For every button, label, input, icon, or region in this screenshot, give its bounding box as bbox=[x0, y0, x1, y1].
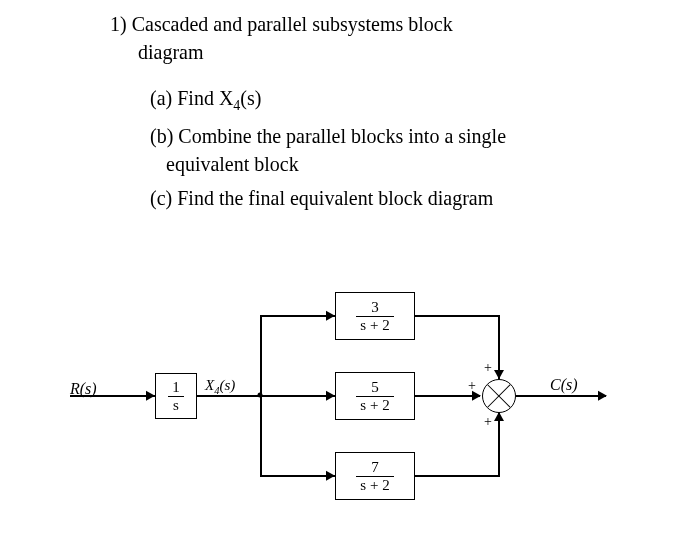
part-a: (a) Find X4(s) bbox=[110, 84, 610, 116]
block-bot: 7 s + 2 bbox=[335, 452, 415, 500]
arrow-top-into-sum bbox=[494, 370, 504, 379]
sum-sign-bot: + bbox=[484, 414, 492, 430]
part-c-text: Find the final equivalent block diagram bbox=[172, 187, 493, 209]
summing-junction bbox=[482, 379, 516, 413]
wire-vmerge-bot bbox=[498, 412, 500, 475]
bot-num: 7 bbox=[356, 459, 393, 477]
arrow-top-in bbox=[326, 311, 335, 321]
wire-input bbox=[70, 395, 155, 397]
wire-bot-in bbox=[260, 475, 335, 477]
wire-g0-out bbox=[197, 395, 260, 397]
part-a-text2: (s) bbox=[240, 87, 261, 109]
wire-top-in bbox=[260, 315, 335, 317]
part-a-prefix: (a) bbox=[150, 87, 172, 109]
wire-mid-out bbox=[415, 395, 480, 397]
question-title: 1) Cascaded and parallel subsystems bloc… bbox=[110, 10, 610, 38]
top-den: s + 2 bbox=[356, 317, 393, 334]
g0-num: 1 bbox=[168, 379, 184, 397]
mid-den: s + 2 bbox=[356, 397, 393, 414]
wire-mid-in bbox=[260, 395, 335, 397]
title-line1: Cascaded and parallel subsystems block bbox=[132, 13, 453, 35]
sum-sign-top: + bbox=[484, 360, 492, 376]
block-top: 3 s + 2 bbox=[335, 292, 415, 340]
bot-den: s + 2 bbox=[356, 477, 393, 494]
part-b: (b) Combine the parallel blocks into a s… bbox=[110, 122, 610, 150]
part-a-text1: Find X bbox=[172, 87, 233, 109]
output-label: C(s) bbox=[550, 376, 578, 394]
wire-top-out bbox=[415, 315, 500, 317]
arrow-bot-into-sum bbox=[494, 412, 504, 421]
block-diagram: R(s) 1 s X4(s) 3 s + 2 5 s + 2 bbox=[70, 280, 630, 510]
part-c-prefix: (c) bbox=[150, 187, 172, 209]
wire-output bbox=[516, 395, 606, 397]
block-mid: 5 s + 2 bbox=[335, 372, 415, 420]
part-c: (c) Find the final equivalent block diag… bbox=[110, 184, 610, 212]
part-b-line1: Combine the parallel blocks into a singl… bbox=[173, 125, 506, 147]
part-b-line2: equivalent block bbox=[110, 150, 610, 178]
g0-den: s bbox=[168, 397, 184, 414]
mid-signal-label: X4(s) bbox=[205, 377, 235, 396]
wire-bot-out bbox=[415, 475, 500, 477]
arrow-bot-in bbox=[326, 471, 335, 481]
block-g0: 1 s bbox=[155, 373, 197, 419]
mid-num: 5 bbox=[356, 379, 393, 397]
question-text: 1) Cascaded and parallel subsystems bloc… bbox=[110, 10, 610, 212]
arrow-output bbox=[598, 391, 607, 401]
arrow-mid-in bbox=[326, 391, 335, 401]
title-line2: diagram bbox=[110, 38, 610, 66]
part-b-prefix: (b) bbox=[150, 125, 173, 147]
sum-sign-mid: + bbox=[468, 378, 476, 394]
top-num: 3 bbox=[356, 299, 393, 317]
arrow-into-g0 bbox=[146, 391, 155, 401]
question-number: 1) bbox=[110, 13, 127, 35]
